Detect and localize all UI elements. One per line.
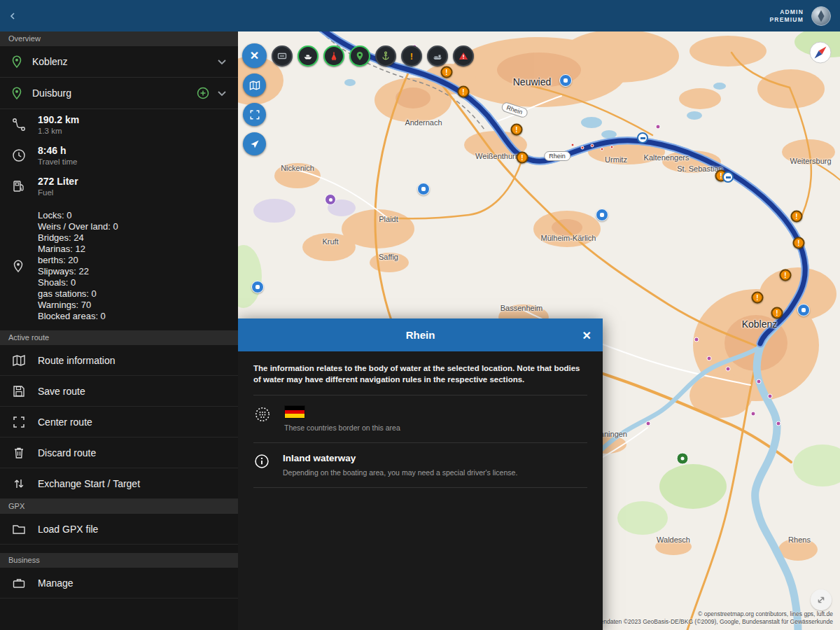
lock-marker[interactable]: [637, 132, 648, 144]
berth-marker: [768, 394, 773, 399]
signs-filter-button[interactable]: [272, 46, 293, 66]
route-information-item[interactable]: Route information: [0, 345, 238, 376]
distance-stat: 190.2 km 1.3 km: [0, 109, 238, 140]
count-berths: berths: 20: [38, 255, 118, 266]
route-warning-marker[interactable]: !: [441, 66, 453, 78]
waterway-poi-marker[interactable]: [251, 281, 264, 293]
close-icon: ✕: [250, 49, 259, 62]
distance-value: 190.2 km: [38, 114, 79, 125]
poi-pin-filter-button[interactable]: [349, 46, 370, 66]
attribution-line-2: Kartendaten ©2023 GeoBasis-DE/BKG (©2009…: [589, 618, 833, 626]
exchange-start-target-item[interactable]: Exchange Start / Target: [0, 468, 238, 499]
berth-marker: [726, 367, 731, 372]
save-icon: [11, 384, 27, 399]
section-header-overview: Overview: [0, 31, 238, 46]
town-label: Urmitz: [605, 155, 627, 164]
poi-pin-icon: [11, 259, 25, 273]
map-area: AndernachNeuwiedWeißenthurmNickenichPlai…: [238, 31, 840, 630]
buoy-filter-button[interactable]: [323, 46, 344, 66]
waterway-poi-marker[interactable]: [417, 183, 430, 195]
menu-label: Discard route: [38, 447, 96, 458]
anchorage-filter-button[interactable]: [375, 46, 396, 66]
center-map-button[interactable]: [243, 103, 266, 126]
marina-poi-marker[interactable]: [677, 453, 689, 465]
sidebar: Overview Koblenz Duisburg: [0, 31, 238, 630]
admin-label: ADMIN: [769, 8, 804, 16]
count-gas-stations: gas stations: 0: [38, 288, 118, 300]
center-route-item[interactable]: Center route: [0, 407, 238, 438]
route-warning-marker[interactable]: !: [752, 292, 764, 304]
river-name-label: Rhein: [544, 151, 570, 161]
berth-marker: [707, 356, 712, 361]
count-shoals: Shoals: 0: [38, 277, 118, 288]
berth-marker: [776, 421, 781, 426]
section-header-active-route: Active route: [0, 330, 238, 345]
route-warning-marker[interactable]: !: [458, 86, 470, 98]
modal-title: Rhein: [406, 329, 435, 341]
buoy-marker: [610, 146, 614, 149]
berth-marker: [751, 412, 756, 416]
waterway-note: Depending on the boating area, you may n…: [283, 468, 517, 477]
expand-arrows-icon: [815, 594, 827, 606]
start-location-name: Koblenz: [32, 56, 207, 67]
chevron-down-icon[interactable]: [216, 55, 228, 68]
inland-waterway-row[interactable]: Inland waterway Depending on the boating…: [253, 443, 587, 488]
waterbody-info-modal: Rhein ✕ The information relates to the b…: [238, 318, 603, 630]
modal-close-icon[interactable]: ✕: [582, 328, 592, 342]
app-logo[interactable]: [811, 6, 832, 27]
trash-icon: [11, 445, 27, 461]
manage-item[interactable]: Manage: [0, 568, 238, 598]
sight-poi-marker[interactable]: [325, 194, 336, 205]
route-warning-marker[interactable]: !: [511, 124, 523, 136]
route-warning-marker[interactable]: !: [793, 237, 805, 249]
hazard-filter-button[interactable]: !: [401, 46, 422, 66]
lock-marker[interactable]: [722, 172, 734, 183]
town-label: Weitersburg: [790, 157, 831, 165]
waterway-poi-marker[interactable]: [559, 74, 572, 87]
start-location-row[interactable]: Koblenz: [0, 46, 238, 78]
fuel-pump-icon: [11, 178, 27, 194]
route-warning-marker[interactable]: !: [791, 211, 803, 223]
map-attribution: © openstreetmap.org contributors, lines …: [589, 610, 833, 626]
briefcase-icon: [11, 575, 27, 591]
travel-time-value: 8:46 h: [38, 145, 77, 156]
buoy-marker: [581, 146, 584, 150]
count-weirs: Weirs / Over land: 0: [38, 221, 118, 232]
my-location-button[interactable]: [243, 132, 266, 155]
route-warning-marker[interactable]: !: [780, 270, 792, 281]
town-label: Mülheim-Kärlich: [541, 234, 596, 242]
section-header-business: Business: [0, 553, 238, 568]
warning-filter-button[interactable]: [453, 46, 474, 66]
route-warning-marker[interactable]: !: [771, 307, 783, 319]
location-pin-icon: [10, 55, 24, 69]
countries-row[interactable]: These countries border on this area: [253, 396, 587, 443]
info-icon: [253, 453, 270, 470]
chevron-down-icon[interactable]: [216, 87, 228, 99]
count-marinas: Marinas: 12: [38, 244, 118, 255]
load-gpx-item[interactable]: Load GPX file: [0, 514, 238, 545]
discard-route-item[interactable]: Discard route: [0, 438, 238, 468]
compass-button[interactable]: [808, 41, 832, 64]
modal-body: The information relates to the body of w…: [238, 351, 603, 488]
waterway-poi-marker[interactable]: [797, 304, 810, 316]
town-label: Koblenz: [742, 318, 778, 330]
town-label: Kaltenengers: [644, 153, 690, 162]
route-warning-marker[interactable]: !: [517, 152, 528, 164]
map-layers-button[interactable]: [243, 74, 266, 97]
folder-icon: [11, 522, 27, 537]
count-slipways: Slipways: 22: [38, 266, 118, 277]
boat-filter-button[interactable]: [298, 46, 318, 66]
fullscreen-toggle-button[interactable]: [811, 589, 832, 610]
add-waypoint-icon[interactable]: [196, 86, 210, 100]
germany-flag-icon: [284, 405, 305, 419]
save-route-item[interactable]: Save route: [0, 376, 238, 407]
waterway-poi-marker[interactable]: [596, 209, 608, 221]
count-blocked-areas: Blocked areas: 0: [38, 311, 118, 322]
destination-location-row[interactable]: Duisburg: [0, 78, 238, 109]
layers-map-icon: [248, 79, 261, 92]
close-route-button[interactable]: ✕: [242, 43, 267, 68]
ship-filter-button[interactable]: [427, 46, 448, 66]
town-label: Weißenthurm: [475, 152, 522, 160]
menu-label: Center route: [38, 416, 92, 428]
back-icon[interactable]: [8, 12, 17, 20]
